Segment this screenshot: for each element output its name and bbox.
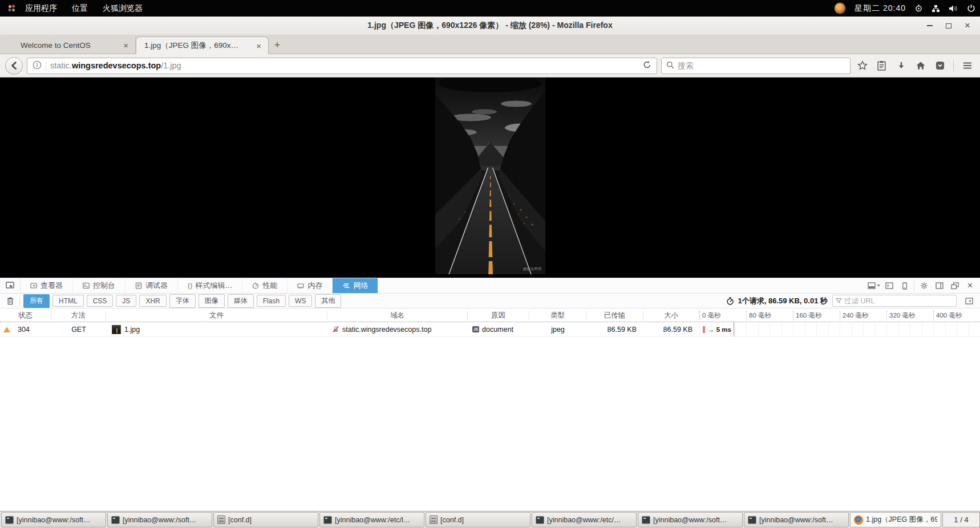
devtools-tab-style-editor[interactable]: { } 样式编辑… (178, 278, 242, 293)
workspace-switcher[interactable]: 1 / 4 (942, 512, 980, 527)
firefox-icon (854, 515, 863, 525)
devtools-tab-network[interactable]: 网络 (333, 278, 378, 293)
devtools-tab-console[interactable]: 控制台 (73, 278, 125, 293)
minimize-button[interactable] (925, 21, 934, 30)
network-table-empty-area (0, 337, 980, 511)
split-console-icon[interactable] (881, 278, 897, 293)
pick-element-icon[interactable] (0, 278, 21, 293)
file-cabinet-icon (217, 515, 225, 524)
maximize-button[interactable] (944, 21, 953, 30)
new-tab-button[interactable]: + (269, 36, 286, 54)
request-row[interactable]: 304 GET 1.jpg static.wingsredevsecops.to… (0, 322, 980, 337)
url-text[interactable]: static.wingsredevsecops.top/1.jpg (50, 61, 181, 70)
home-icon[interactable] (913, 57, 928, 75)
sidebar-toggle-icon[interactable] (932, 278, 947, 293)
road-photo-image[interactable]: @骑马平邦 (435, 78, 545, 274)
filter-xhr[interactable]: XHR (139, 295, 166, 307)
taskbar-item-terminal[interactable]: [yinnibao@www:/etc/l… (319, 512, 424, 527)
funnel-icon (836, 298, 842, 304)
window-list-taskbar: [yinnibao@www:/soft… [yinnibao@www:/soft… (0, 511, 980, 528)
separate-window-icon[interactable] (947, 278, 962, 293)
settings-gear-icon[interactable] (916, 278, 932, 293)
taskbar-item-firefox[interactable]: 1.jpg（JPEG 图像，69… (850, 512, 941, 527)
filter-url-box[interactable] (832, 295, 957, 307)
column-method[interactable]: 方法 (51, 311, 106, 320)
download-icon[interactable] (893, 57, 909, 75)
network-table-header: 状态 方法 文件 域名 原因 类型 已传输 大小 0 毫秒 80 毫秒 160 … (0, 308, 980, 322)
filter-css[interactable]: CSS (87, 295, 114, 307)
filter-ws[interactable]: WS (289, 295, 312, 307)
terminal-icon (323, 516, 332, 524)
load-event-marker (734, 322, 734, 336)
taskbar-item-terminal[interactable]: [yinnibao@www:/soft… (107, 512, 212, 527)
reading-list-icon[interactable] (874, 57, 889, 75)
taskbar-item-terminal[interactable]: [yinnibao@www:/etc/… (532, 512, 637, 527)
devtools-close-icon[interactable]: × (962, 278, 978, 293)
reload-icon[interactable] (643, 60, 651, 71)
search-input[interactable] (678, 61, 845, 70)
back-button[interactable] (5, 57, 23, 75)
devtools-tab-debugger[interactable]: 调试器 (125, 278, 178, 293)
taskbar-item-terminal[interactable]: [yinnibao@www:/soft… (638, 512, 743, 527)
window-title: 1.jpg（JPEG 图像，690x1226 像素） - 缩放 (28%) - … (367, 21, 612, 31)
clock[interactable]: 星期二 20:40 (855, 3, 906, 14)
menu-hamburger-icon[interactable] (959, 57, 975, 75)
filter-flash[interactable]: Flash (257, 295, 286, 307)
tab-close-icon[interactable]: × (122, 40, 129, 50)
warning-icon (3, 327, 10, 332)
filter-other[interactable]: 其他 (315, 294, 341, 308)
cause-badge-icon: JS (472, 326, 479, 332)
column-cause[interactable]: 原因 (468, 311, 529, 320)
tab-bar: Welcome to CentOS × 1.jpg（JPEG 图像，690x… … (0, 35, 980, 54)
column-domain[interactable]: 域名 (327, 311, 468, 320)
pocket-icon[interactable] (932, 57, 947, 75)
dock-side-icon[interactable] (866, 278, 881, 293)
power-icon[interactable] (967, 4, 975, 13)
devtools-tab-performance[interactable]: 性能 (242, 278, 287, 293)
timeline-tick: 320 毫秒 (886, 311, 933, 320)
taskbar-item-terminal[interactable]: [yinnibao@www:/soft… (744, 512, 849, 527)
volume-icon[interactable] (949, 5, 958, 13)
network-filter-bar: 所有 HTML CSS JS XHR 字体 图像 媒体 Flash WS 其他 … (0, 294, 980, 308)
search-bar[interactable] (661, 58, 851, 74)
window-title-bar: 1.jpg（JPEG 图像，690x1226 像素） - 缩放 (28%) - … (0, 17, 980, 35)
braces-icon: { } (188, 282, 192, 289)
toggle-details-pane-icon[interactable] (961, 298, 977, 304)
url-domain: wingsredevsecops.top (72, 61, 161, 70)
close-button[interactable]: × (963, 21, 972, 30)
column-file[interactable]: 文件 (106, 311, 327, 320)
app-indicator-icon[interactable] (834, 2, 846, 14)
url-bar[interactable]: static.wingsredevsecops.top/1.jpg (27, 58, 657, 74)
filter-media[interactable]: 媒体 (228, 294, 254, 308)
tab-1jpg[interactable]: 1.jpg（JPEG 图像，690x… × (136, 36, 269, 54)
column-transferred[interactable]: 已传输 (586, 311, 643, 320)
taskbar-item-terminal[interactable]: [yinnibao@www:/soft… (1, 512, 106, 527)
applications-menu[interactable]: 应用程序 (18, 0, 64, 17)
waterfall-bar (703, 326, 705, 333)
taskbar-item-filemanager[interactable]: [conf.d] (426, 512, 531, 527)
column-status[interactable]: 状态 (0, 311, 51, 320)
timeline-tick: 0 毫秒 (699, 311, 746, 320)
bookmark-star-icon[interactable] (855, 57, 870, 75)
site-info-icon[interactable] (33, 60, 42, 71)
cell-type: jpeg (529, 322, 586, 336)
filter-fonts[interactable]: 字体 (169, 294, 196, 308)
filter-html[interactable]: HTML (52, 295, 84, 307)
column-type[interactable]: 类型 (529, 311, 586, 320)
responsive-mode-icon[interactable] (897, 278, 912, 293)
devtools-tab-memory[interactable]: 内存 (287, 278, 333, 293)
clear-requests-icon[interactable] (3, 297, 18, 305)
tab-welcome-centos[interactable]: Welcome to CentOS × (13, 36, 136, 54)
filter-js[interactable]: JS (116, 295, 136, 307)
location-icon[interactable] (914, 4, 923, 13)
column-size[interactable]: 大小 (643, 311, 699, 320)
filter-all[interactable]: 所有 (23, 294, 50, 308)
filter-images[interactable]: 图像 (199, 294, 225, 308)
devtools-tab-inspector[interactable]: 查看器 (21, 278, 73, 293)
filter-url-input[interactable] (844, 297, 953, 305)
tab-close-icon[interactable]: × (255, 41, 262, 51)
taskbar-item-filemanager[interactable]: [conf.d] (213, 512, 318, 527)
network-icon[interactable] (932, 5, 940, 13)
places-menu[interactable]: 位置 (64, 0, 95, 17)
firefox-menu[interactable]: 火狐浏览器 (95, 0, 150, 17)
